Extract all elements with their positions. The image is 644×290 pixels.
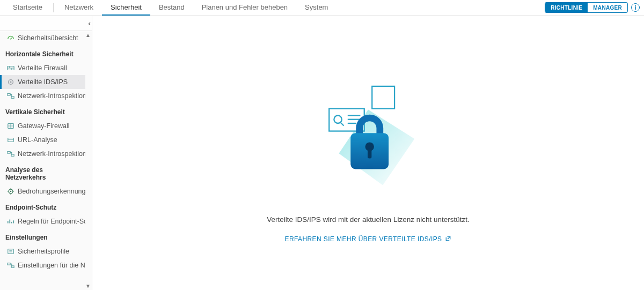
sidebar-item-verteilte-ids-ips[interactable]: Verteilte IDS/IPS (0, 75, 85, 89)
svg-rect-8 (8, 94, 10, 96)
topnav-startseite[interactable]: Startseite (4, 0, 51, 16)
sidebar-item-label: Einstellungen für die Ne... (18, 262, 85, 269)
sidebar-item-label: Sicherheitsprofile (18, 248, 69, 255)
learn-more-row: ERFAHREN SIE MEHR ÜBER VERTEILTE IDS/IPS (92, 235, 644, 243)
license-message: Verteilte IDS/IPS wird mit der aktuellen… (92, 215, 644, 224)
sidebar-item-overview[interactable]: Sicherheitsübersicht (0, 31, 85, 45)
sidebar-item-label: Gateway-Firewall (18, 122, 70, 130)
topnav: Startseite Netzwerk Sicherheit Bestand P… (4, 0, 336, 16)
collapse-icon[interactable]: ‹‹ (88, 19, 89, 27)
lock-illustration (304, 80, 433, 189)
topnav-planen[interactable]: Planen und Fehler beheben (193, 0, 296, 16)
svg-rect-33 (372, 86, 394, 109)
introspection-icon (7, 150, 14, 158)
sidebar-item-endpoint-regeln[interactable]: Regeln für Endpoint-Sch... (0, 214, 85, 228)
settings-icon (7, 262, 14, 269)
sidebar-item-netzwerk-introspektion-h[interactable]: Netzwerk-Introspektion ... (0, 89, 85, 103)
info-icon[interactable]: i (631, 3, 640, 12)
svg-point-7 (10, 81, 11, 83)
svg-rect-13 (8, 138, 14, 142)
sidebar-collapse-bar: ‹‹ (0, 16, 92, 31)
topnav-sicherheit[interactable]: Sicherheit (102, 0, 150, 16)
sidebar-group-horizontale: Horizontale Sicherheit (0, 45, 85, 61)
sidebar-item-label: Netzwerk-Introspektion ... (18, 150, 85, 158)
svg-rect-15 (8, 152, 10, 154)
mode-toggle[interactable]: RICHTLINIE MANAGER (545, 2, 628, 13)
svg-rect-27 (8, 249, 14, 254)
url-icon (7, 136, 14, 144)
endpoint-icon (7, 218, 14, 225)
sidebar-item-gateway-firewall[interactable]: Gateway-Firewall (0, 119, 85, 133)
topnav-separator (53, 3, 54, 12)
sidebar-item-label: Sicherheitsübersicht (18, 34, 78, 42)
firewall-icon (7, 64, 14, 72)
svg-rect-30 (8, 263, 10, 265)
sidebar-group-einstellungen: Einstellungen (0, 228, 85, 244)
svg-point-18 (10, 191, 12, 192)
sidebar-item-url-analyse[interactable]: URL-Analyse (0, 133, 85, 147)
sidebar-item-label: URL-Analyse (18, 136, 57, 144)
sidebar: ‹‹ ▲ Sicherheitsübersicht Horizontale Si… (0, 16, 92, 290)
sidebar-item-label: Verteilte Firewall (18, 64, 67, 72)
topnav-bestand[interactable]: Bestand (150, 0, 193, 16)
scroll-up-icon[interactable]: ▲ (85, 32, 91, 38)
sidebar-item-label: Bedrohungserkennungen (18, 188, 85, 195)
mode-toggle-richtlinie[interactable]: RICHTLINIE (545, 3, 588, 12)
threat-icon (7, 188, 14, 195)
sidebar-item-label: Verteilte IDS/IPS (18, 78, 68, 86)
sidebar-item-netzwerk-introspektion-v[interactable]: Netzwerk-Introspektion ... (0, 147, 85, 161)
learn-more-label: ERFAHREN SIE MEHR ÜBER VERTEILTE IDS/IPS (285, 235, 442, 243)
sidebar-group-vertikale: Vertikale Sicherheit (0, 103, 85, 119)
ids-icon (7, 78, 14, 86)
sidebar-item-label: Regeln für Endpoint-Sch... (18, 218, 85, 225)
sidebar-item-bedrohungserkennungen[interactable]: Bedrohungserkennungen (0, 184, 85, 198)
profile-icon (7, 248, 14, 255)
main-content: Verteilte IDS/IPS wird mit der aktuellen… (92, 16, 644, 290)
learn-more-link[interactable]: ERFAHREN SIE MEHR ÜBER VERTEILTE IDS/IPS (285, 235, 452, 243)
topbar-right: RICHTLINIE MANAGER i (545, 2, 640, 13)
sidebar-group-analyse: Analyse des Netzverkehrs (0, 161, 85, 184)
top-navbar: Startseite Netzwerk Sicherheit Bestand P… (0, 0, 644, 16)
external-link-icon (445, 235, 451, 243)
sidebar-item-netzwerk-einstellungen[interactable]: Einstellungen für die Ne... (0, 258, 85, 272)
topnav-netzwerk[interactable]: Netzwerk (56, 0, 102, 16)
svg-line-1 (11, 38, 12, 39)
gauge-icon (7, 34, 14, 42)
introspection-icon (7, 92, 14, 100)
mode-toggle-manager[interactable]: MANAGER (588, 3, 627, 12)
sidebar-item-label: Netzwerk-Introspektion ... (18, 92, 85, 100)
scroll-down-icon[interactable]: ▼ (85, 283, 91, 289)
topnav-system[interactable]: System (296, 0, 336, 16)
sidebar-group-endpoint: Endpoint-Schutz (0, 198, 85, 214)
gateway-icon (7, 122, 14, 130)
sidebar-item-verteilte-firewall[interactable]: Verteilte Firewall (0, 61, 85, 75)
sidebar-scroll[interactable]: ▲ Sicherheitsübersicht Horizontale Siche… (0, 31, 92, 290)
sidebar-item-sicherheitsprofile[interactable]: Sicherheitsprofile (0, 244, 85, 258)
svg-rect-42 (368, 148, 371, 158)
